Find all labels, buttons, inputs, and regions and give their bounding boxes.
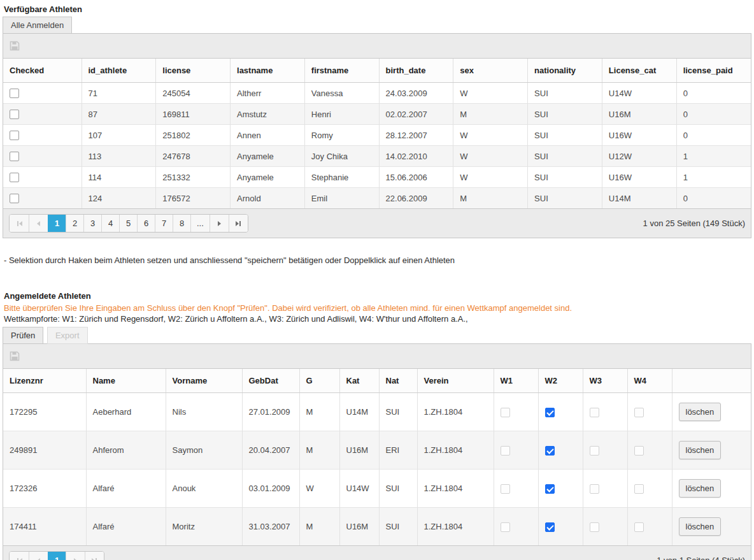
row-checkbox[interactable]: [10, 110, 19, 119]
pruefen-button[interactable]: Prüfen: [3, 327, 43, 344]
pager-first-button[interactable]: [10, 552, 29, 560]
w2-checkbox[interactable]: [545, 408, 555, 417]
column-header[interactable]: W4: [627, 369, 672, 393]
w4-checkbox[interactable]: [634, 446, 644, 456]
table-row[interactable]: 107251802AnnenRomy28.12.2007WSUIU16W0: [3, 125, 751, 146]
save-icon[interactable]: [10, 41, 20, 51]
table-row[interactable]: 71245054AltherrVanessa24.03.2009WSUIU14W…: [3, 83, 751, 104]
column-header[interactable]: license_paid: [676, 59, 751, 83]
column-header[interactable]: [672, 369, 751, 393]
column-header[interactable]: Lizenznr: [3, 369, 86, 393]
w3-checkbox[interactable]: [590, 446, 599, 456]
cell: 174411: [3, 508, 86, 546]
pager-next-button[interactable]: [66, 552, 85, 560]
table-row[interactable]: 249891AhferomSaymon20.04.2007MU16MERI1.Z…: [3, 431, 751, 470]
pager-prev-button[interactable]: [29, 215, 48, 232]
row-checkbox[interactable]: [10, 89, 19, 98]
pager-last-button[interactable]: [85, 552, 104, 560]
cell: SUI: [528, 188, 602, 209]
delete-button[interactable]: löschen: [679, 479, 722, 498]
w4-checkbox[interactable]: [634, 522, 644, 532]
delete-button[interactable]: löschen: [679, 403, 722, 421]
table-row[interactable]: 87169811AmstutzHenri02.02.2007MSUIU16M0: [3, 104, 751, 125]
column-header[interactable]: nationality: [528, 59, 602, 83]
column-header[interactable]: license: [156, 59, 231, 83]
column-header[interactable]: Nat: [379, 369, 417, 393]
pager-page-button[interactable]: 3: [83, 215, 101, 232]
column-header[interactable]: License_cat: [602, 59, 676, 83]
pager-prev-button[interactable]: [29, 552, 48, 560]
column-header[interactable]: Vorname: [166, 369, 242, 393]
pager-page-button[interactable]: 1: [48, 215, 66, 232]
w3-cell: [583, 393, 627, 431]
column-header[interactable]: W2: [538, 369, 583, 393]
cell: Alfaré: [86, 508, 166, 546]
pager-page-button[interactable]: 6: [137, 215, 155, 232]
column-header[interactable]: lastname: [231, 59, 305, 83]
w1-checkbox[interactable]: [501, 408, 510, 417]
w2-checkbox[interactable]: [545, 446, 555, 456]
delete-button[interactable]: löschen: [679, 441, 722, 459]
column-header[interactable]: Kat: [339, 369, 379, 393]
save-icon[interactable]: [10, 351, 20, 361]
column-header[interactable]: W1: [494, 369, 538, 393]
cell: Altherr: [231, 83, 305, 104]
cell: 114: [82, 167, 156, 188]
delete-button[interactable]: löschen: [679, 517, 722, 536]
column-header[interactable]: Name: [86, 369, 166, 393]
table-row[interactable]: 174411AlfaréMoritz31.03.2007MU16MSUI1.ZH…: [3, 508, 751, 546]
pager-last-button[interactable]: [229, 215, 248, 232]
cell: 1: [676, 167, 751, 188]
column-header[interactable]: sex: [453, 59, 528, 83]
table-row[interactable]: 172326AlfaréAnouk03.01.2009WU14WSUI1.ZH.…: [3, 470, 751, 508]
pager-page-button[interactable]: 4: [101, 215, 119, 232]
cell: W: [453, 125, 528, 146]
w3-checkbox[interactable]: [590, 484, 599, 494]
cell: W: [299, 470, 339, 508]
column-header[interactable]: G: [299, 369, 339, 393]
column-header[interactable]: birth_date: [379, 59, 453, 83]
w4-checkbox[interactable]: [634, 484, 644, 494]
table-row[interactable]: 124176572ArnoldEmil22.06.2009MSUIU14M0: [3, 188, 751, 209]
w1-checkbox[interactable]: [501, 446, 510, 456]
cell: U16W: [602, 167, 676, 188]
w1-checkbox[interactable]: [501, 484, 510, 494]
pager-page-button[interactable]: 2: [66, 215, 83, 232]
w4-checkbox[interactable]: [634, 408, 644, 417]
row-checkbox[interactable]: [10, 173, 19, 182]
row-checkbox[interactable]: [10, 194, 19, 203]
row-checkbox[interactable]: [10, 152, 19, 161]
pager-more-button[interactable]: ...: [190, 215, 210, 232]
column-header[interactable]: Verein: [417, 369, 494, 393]
cell: 1.ZH.1804: [417, 431, 494, 470]
column-header[interactable]: id_athlete: [82, 59, 156, 83]
export-button[interactable]: Export: [47, 327, 88, 344]
available-header-row: Checkedid_athletelicenselastnamefirstnam…: [3, 59, 751, 83]
w3-checkbox[interactable]: [590, 522, 599, 532]
checked-cell: [3, 146, 82, 167]
pager-page-button[interactable]: 5: [119, 215, 137, 232]
column-header[interactable]: Checked: [3, 59, 82, 83]
alle-anmelden-tab[interactable]: Alle Anmelden: [3, 17, 72, 34]
cell: M: [299, 508, 339, 546]
available-title: Verfügbare Athleten: [4, 4, 750, 14]
column-header[interactable]: GebDat: [242, 369, 299, 393]
column-header[interactable]: firstname: [304, 59, 379, 83]
table-row[interactable]: 172295AeberhardNils27.01.2009MU14MSUI1.Z…: [3, 393, 751, 431]
pager-page-button[interactable]: 7: [155, 215, 173, 232]
column-header[interactable]: W3: [583, 369, 627, 393]
w2-checkbox[interactable]: [545, 522, 555, 532]
table-row[interactable]: 113247678AnyameleJoy Chika14.02.2010WSUI…: [3, 146, 751, 167]
cell: U16M: [339, 508, 379, 546]
pager-next-button[interactable]: [210, 215, 229, 232]
cell: 1: [676, 146, 751, 167]
pager-first-button[interactable]: [10, 215, 29, 232]
delete-cell: löschen: [672, 393, 751, 431]
w1-checkbox[interactable]: [501, 522, 510, 532]
pager-page-button[interactable]: 1: [48, 552, 66, 560]
pager-page-button[interactable]: 8: [173, 215, 190, 232]
w3-checkbox[interactable]: [590, 408, 599, 417]
w2-checkbox[interactable]: [545, 484, 555, 494]
row-checkbox[interactable]: [10, 131, 19, 140]
table-row[interactable]: 114251332AnyameleStephanie15.06.2006WSUI…: [3, 167, 751, 188]
